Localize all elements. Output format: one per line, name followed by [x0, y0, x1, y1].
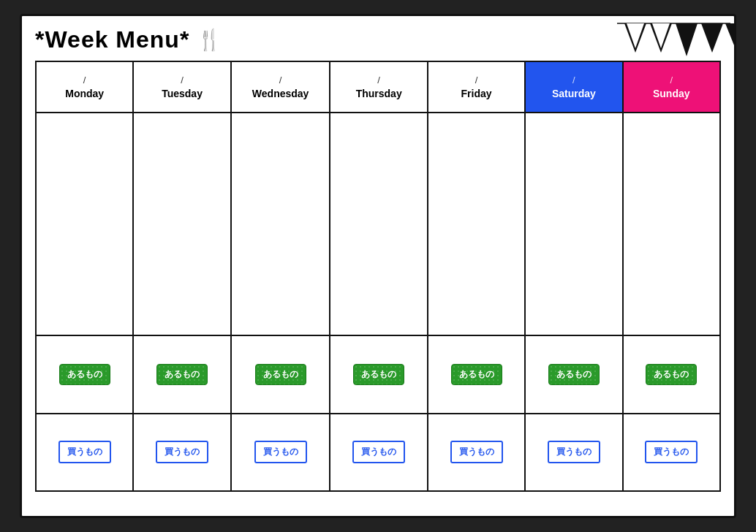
wednesday-arumon-badge[interactable]: あるもの [255, 364, 306, 385]
monday-main-cell [36, 113, 133, 335]
monday-label: Monday [65, 88, 104, 99]
saturday-kaumon-badge[interactable]: 買うもの [548, 441, 600, 463]
svg-marker-6 [701, 23, 723, 53]
friday-label: Friday [461, 88, 492, 99]
saturday-main-cell [525, 113, 622, 335]
saturday-kaumon-cell: 買うもの [525, 414, 622, 491]
tuesday-arumon-cell: あるもの [133, 335, 230, 413]
thursday-slash: / [333, 75, 423, 86]
wednesday-main-cell [231, 113, 330, 335]
friday-slash: / [431, 75, 521, 86]
bunting-decoration [610, 16, 734, 82]
tuesday-main-cell [133, 113, 230, 335]
saturday-slash: / [529, 75, 619, 86]
page-container: *Week Menu* 🍴 / Monday / T [20, 14, 736, 518]
wednesday-slash: / [235, 75, 327, 86]
thursday-kaumon-badge[interactable]: 買うもの [352, 441, 405, 463]
monday-arumon-cell: あるもの [36, 335, 133, 413]
sunday-label: Sunday [653, 88, 690, 99]
wednesday-kaumon-cell: 買うもの [231, 414, 330, 491]
sunday-kaumon-cell: 買うもの [623, 414, 720, 491]
main-content-row [36, 113, 720, 335]
header-monday: / Monday [36, 61, 133, 113]
thursday-arumon-badge[interactable]: あるもの [353, 364, 404, 385]
sunday-arumon-badge[interactable]: あるもの [646, 364, 697, 385]
thursday-label: Thursday [356, 88, 402, 99]
tuesday-slash: / [137, 75, 227, 86]
friday-kaumon-badge[interactable]: 買うもの [450, 441, 503, 463]
monday-kaumon-cell: 買うもの [36, 414, 133, 491]
sunday-arumon-cell: あるもの [623, 335, 720, 413]
wednesday-kaumon-badge[interactable]: 買うもの [254, 441, 307, 463]
week-table: / Monday / Tuesday / Wednesday / Thursda… [35, 61, 721, 492]
tuesday-label: Tuesday [162, 88, 203, 99]
sunday-main-cell [623, 113, 720, 335]
saturday-arumon-cell: あるもの [525, 335, 622, 413]
svg-marker-7 [725, 23, 734, 49]
tuesday-kaumon-cell: 買うもの [133, 414, 230, 491]
wednesday-label: Wednesday [252, 88, 309, 99]
saturday-arumon-badge[interactable]: あるもの [548, 364, 600, 385]
header-thursday: / Thursday [330, 61, 427, 113]
monday-kaumon-badge[interactable]: 買うもの [58, 441, 111, 463]
utensils-icon: 🍴 [197, 28, 222, 52]
kaumon-row: 買うもの 買うもの 買うもの 買うもの 買うもの 買うもの 買う [36, 414, 720, 491]
arumon-row: あるもの あるもの あるもの あるもの あるもの あるもの ある [36, 335, 720, 413]
header-wednesday: / Wednesday [231, 61, 330, 113]
header-friday: / Friday [428, 61, 525, 113]
monday-arumon-badge[interactable]: あるもの [59, 364, 110, 385]
sunday-kaumon-badge[interactable]: 買うもの [645, 441, 698, 463]
wednesday-arumon-cell: あるもの [231, 335, 330, 413]
thursday-arumon-cell: あるもの [330, 335, 427, 413]
tuesday-arumon-badge[interactable]: あるもの [156, 364, 208, 385]
monday-slash: / [39, 75, 129, 86]
friday-kaumon-cell: 買うもの [428, 414, 525, 491]
friday-arumon-badge[interactable]: あるもの [451, 364, 502, 385]
svg-marker-5 [676, 23, 698, 56]
header-tuesday: / Tuesday [133, 61, 230, 113]
friday-main-cell [428, 113, 525, 335]
header-saturday: / Saturday [525, 61, 622, 113]
thursday-kaumon-cell: 買うもの [330, 414, 427, 491]
friday-arumon-cell: あるもの [428, 335, 525, 413]
page-title: *Week Menu* [35, 26, 189, 53]
tuesday-kaumon-badge[interactable]: 買うもの [156, 441, 208, 463]
saturday-label: Saturday [552, 88, 596, 99]
thursday-main-cell [330, 113, 427, 335]
